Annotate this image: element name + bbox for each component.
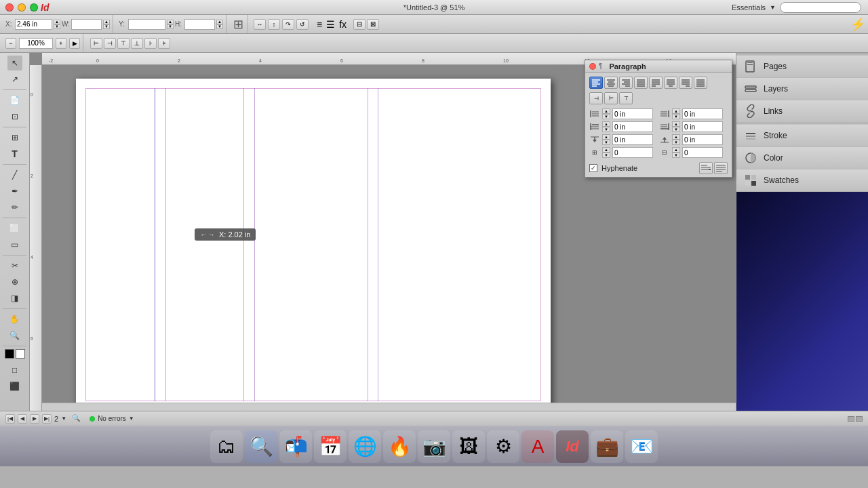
align-center-v-button[interactable]: ⊦ [144,38,157,49]
panel-item-pages[interactable]: Pages [736,56,868,78]
align-bottom-edge-button[interactable]: ⊧ [158,38,170,49]
rectangle-frame-tool[interactable]: ⬜ [7,221,22,236]
rotate-ccw-button[interactable]: ↺ [296,19,309,30]
close-button[interactable] [5,3,14,12]
zoom-level-button[interactable]: ▶ [69,38,80,49]
align-toward-spine-button[interactable]: ⊣ [589,92,603,104]
space-after-spinner[interactable]: ▲ ▼ [672,134,680,145]
dock-iphoto[interactable]: 🖼 [452,430,485,463]
grid-align-2-spinner[interactable]: ▲ ▼ [672,147,680,158]
expand-button-2[interactable] [856,416,863,422]
align-left-button[interactable] [589,77,603,89]
first-indent-spinner[interactable]: ▲ ▼ [602,121,610,132]
dock-app4[interactable]: 📧 [625,430,658,463]
left-indent-field[interactable] [612,108,653,119]
minimize-button[interactable] [18,3,26,12]
last-page-button[interactable]: ▶| [42,414,52,424]
align-left-button[interactable]: ⊟ [353,19,366,30]
dock-indesign[interactable]: Id [556,430,589,463]
panel-item-layers[interactable]: Layers [736,78,868,100]
h-spinner[interactable]: ▲ ▼ [216,20,223,29]
hyphenate-setting-1[interactable] [699,162,713,174]
align-right-button[interactable]: ⊠ [367,19,379,30]
essentials-dropdown-icon[interactable]: ▼ [770,4,776,11]
essentials-label[interactable]: Essentials [732,3,766,12]
align-away-spine-button[interactable]: ⊢ [604,92,618,104]
page-tool[interactable]: 📄 [7,93,22,108]
dock-firefox[interactable]: 🌐 [349,430,381,463]
zoom-out-button[interactable]: − [5,38,16,49]
flip-v-button[interactable]: ↕ [268,19,280,30]
line-tool[interactable]: ╱ [7,167,22,182]
right-indent-field[interactable] [682,108,723,119]
maximize-button[interactable] [30,3,38,12]
justify-button[interactable] [634,77,648,89]
preview-mode-button[interactable]: ⬛ [7,379,22,394]
content-collector-tool[interactable]: ⊞ [7,130,22,145]
y-spinner[interactable]: ▲ ▼ [167,20,174,29]
hyphenate-setting-2[interactable] [714,162,728,174]
dock-mail[interactable]: 📬 [279,430,312,463]
h-scrollbar[interactable] [42,403,736,411]
first-indent-field[interactable] [612,121,653,132]
dock-calendar[interactable]: 📅 [314,430,347,463]
free-transform-tool[interactable]: ⊕ [7,274,22,289]
scissors-tool[interactable]: ✂ [7,258,22,273]
hyphenate-checkbox[interactable] [589,164,597,172]
dock-safari[interactable]: 🔍 [245,430,277,463]
hand-tool[interactable]: ✋ [7,312,22,327]
y-field[interactable] [128,19,165,30]
rotate-cw-button[interactable]: ↷ [282,19,294,30]
zoom-in-button[interactable]: + [56,38,66,49]
search-box[interactable] [780,2,861,13]
rectangle-tool[interactable]: ▭ [7,237,22,252]
grid-align-2-field[interactable] [682,147,723,158]
flip-h-button[interactable]: ↔ [254,19,266,30]
panel-item-color[interactable]: Color [736,147,868,169]
pencil-tool[interactable]: ✏ [7,200,22,215]
w-field[interactable] [71,19,102,30]
pen-tool[interactable]: ✒ [7,184,22,199]
stroke-box[interactable] [16,349,25,359]
type-tool[interactable]: T [7,146,22,161]
panel-item-links[interactable]: Links [736,100,868,123]
x-field[interactable] [15,19,52,30]
justify-last-center-button[interactable] [664,77,677,89]
right-indent-spinner[interactable]: ▲ ▼ [672,108,680,119]
align-center-button[interactable] [604,77,618,89]
align-top-edge-button[interactable]: ⊥ [131,38,143,49]
search-icon[interactable]: 🔍 [72,414,81,424]
first-page-button[interactable]: |◀ [5,414,15,424]
space-before-field[interactable] [612,134,653,145]
dock-app3[interactable]: 💼 [591,430,623,463]
dock-app1[interactable]: 🔥 [383,430,416,463]
status-dropdown[interactable]: ▼ [129,415,134,422]
justify-last-left-button[interactable] [649,77,663,89]
x-up[interactable]: ▲ [54,20,60,24]
panel-item-stroke[interactable]: Stroke [736,125,868,147]
last-indent-spinner[interactable]: ▲ ▼ [672,121,680,132]
preflight-icon[interactable]: ⚡ [850,17,865,32]
last-indent-field[interactable] [682,121,723,132]
prev-page-button[interactable]: ◀ [18,414,27,424]
dock-prefs[interactable]: ⚙ [487,430,519,463]
align-spine-button[interactable]: ⊤ [619,92,633,104]
panel-item-swatches[interactable]: Swatches [736,169,868,192]
zoom-tool[interactable]: 🔍 [7,328,22,343]
zoom-field[interactable] [19,38,53,49]
justify-last-right-button[interactable] [679,77,692,89]
left-indent-spinner[interactable]: ▲ ▼ [602,108,610,119]
align-center-h-button[interactable]: ⊣ [104,38,116,49]
gap-tool[interactable]: ⊡ [7,109,22,124]
dock-acrobat[interactable]: A [521,430,554,463]
direct-select-tool[interactable]: ↗ [7,72,22,87]
align-left-edge-button[interactable]: ⊢ [90,38,102,49]
expand-button-1[interactable] [848,416,854,422]
normal-mode-button[interactable]: □ [7,363,22,378]
grid-align-field[interactable] [612,147,653,158]
paragraph-close-button[interactable] [589,63,596,70]
space-after-field[interactable] [682,134,723,145]
fill-box[interactable] [5,349,14,359]
w-spinner[interactable]: ▲ ▼ [103,20,110,29]
space-before-spinner[interactable]: ▲ ▼ [602,134,610,145]
